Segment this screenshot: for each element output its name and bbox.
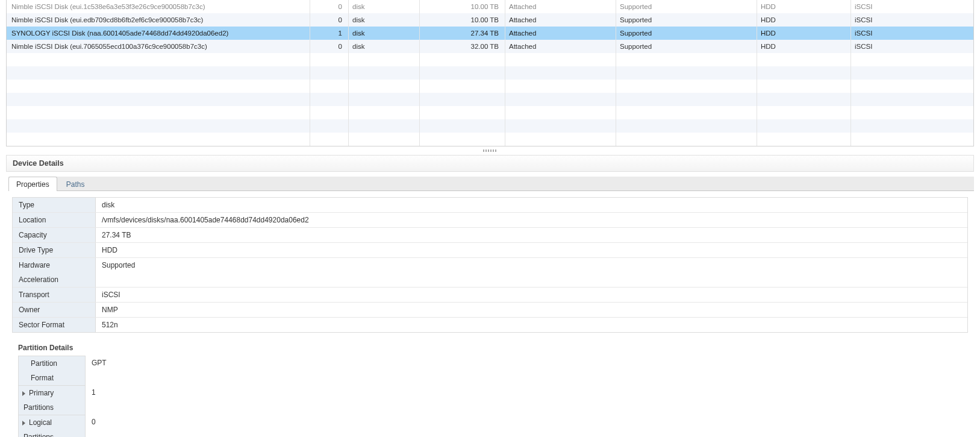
empty-cell: . bbox=[420, 53, 505, 66]
table-row[interactable]: Nimble iSCSI Disk (eui.7065055ecd100a376… bbox=[7, 40, 973, 53]
empty-cell: . bbox=[310, 66, 349, 80]
empty-cell: . bbox=[505, 80, 616, 93]
prop-value: iSCSI bbox=[96, 288, 967, 302]
empty-cell: . bbox=[420, 93, 505, 106]
capacity-cell: 32.00 TB bbox=[420, 40, 505, 53]
prop-label: Capacity bbox=[13, 228, 96, 242]
empty-cell: . bbox=[310, 93, 349, 106]
table-row-empty: ........ bbox=[7, 80, 973, 93]
empty-cell: . bbox=[757, 133, 851, 146]
prop-label: Owner bbox=[13, 303, 96, 317]
lun-cell: 1 bbox=[310, 27, 349, 40]
prop-row: Hardware AccelerationSupported bbox=[13, 258, 967, 288]
partition-value: 1 bbox=[86, 385, 102, 415]
table-row-empty: ........ bbox=[7, 133, 973, 146]
partition-row[interactable]: Logical Partitions0 bbox=[18, 415, 962, 437]
table-row[interactable]: Nimble iSCSI Disk (eui.edb709cd8b6fb2ef6… bbox=[7, 13, 973, 27]
prop-value: 27.34 TB bbox=[96, 228, 967, 242]
prop-row: Location/vmfs/devices/disks/naa.6001405a… bbox=[13, 213, 967, 228]
prop-row: Sector Format512n bbox=[13, 318, 967, 332]
empty-cell: . bbox=[616, 133, 757, 146]
drive-type-cell: HDD bbox=[757, 0, 851, 13]
tab-properties[interactable]: Properties bbox=[8, 177, 57, 191]
empty-cell: . bbox=[505, 119, 616, 133]
empty-cell: . bbox=[7, 80, 310, 93]
status-cell: Attached bbox=[505, 27, 616, 40]
status-cell: Attached bbox=[505, 40, 616, 53]
hw-accel-cell: Supported bbox=[616, 40, 757, 53]
prop-label: Hardware Acceleration bbox=[13, 258, 96, 287]
empty-cell: . bbox=[757, 80, 851, 93]
pane-resize-handle[interactable] bbox=[6, 146, 974, 155]
empty-cell: . bbox=[420, 80, 505, 93]
chevron-right-icon[interactable] bbox=[22, 421, 25, 426]
prop-label: Location bbox=[13, 213, 96, 227]
empty-cell: . bbox=[310, 80, 349, 93]
prop-value: disk bbox=[96, 198, 967, 212]
lun-cell: 0 bbox=[310, 40, 349, 53]
transport-cell: iSCSI bbox=[851, 0, 973, 13]
drive-type-cell: HDD bbox=[757, 27, 851, 40]
chevron-right-icon[interactable] bbox=[22, 391, 25, 396]
device-name-cell: Nimble iSCSI Disk (eui.7065055ecd100a376… bbox=[7, 40, 310, 53]
device-name-cell: SYNOLOGY iSCSI Disk (naa.6001405ade74468… bbox=[7, 27, 310, 40]
prop-label: Transport bbox=[13, 288, 96, 302]
drive-type-cell: HDD bbox=[757, 13, 851, 27]
empty-cell: . bbox=[757, 106, 851, 119]
empty-cell: . bbox=[505, 66, 616, 80]
empty-cell: . bbox=[7, 133, 310, 146]
lun-cell: 0 bbox=[310, 0, 349, 13]
properties-table: TypediskLocation/vmfs/devices/disks/naa.… bbox=[12, 197, 968, 333]
tab-paths[interactable]: Paths bbox=[58, 177, 93, 191]
empty-cell: . bbox=[757, 93, 851, 106]
empty-cell: . bbox=[851, 80, 973, 93]
device-name-cell: Nimble iSCSI Disk (eui.edb709cd8b6fb2ef6… bbox=[7, 13, 310, 27]
prop-row: Drive TypeHDD bbox=[13, 243, 967, 258]
prop-value: 512n bbox=[96, 318, 967, 332]
prop-label: Type bbox=[13, 198, 96, 212]
empty-cell: . bbox=[505, 93, 616, 106]
empty-cell: . bbox=[757, 53, 851, 66]
grip-icon bbox=[483, 149, 498, 152]
table-row-empty: ........ bbox=[7, 93, 973, 106]
partition-row: Partition FormatGPT bbox=[18, 356, 962, 385]
empty-cell: . bbox=[851, 66, 973, 80]
empty-cell: . bbox=[349, 93, 420, 106]
table-row-empty: ........ bbox=[7, 106, 973, 119]
table-row[interactable]: SYNOLOGY iSCSI Disk (naa.6001405ade74468… bbox=[7, 27, 973, 40]
table-row-empty: ........ bbox=[7, 53, 973, 66]
empty-cell: . bbox=[349, 119, 420, 133]
empty-cell: . bbox=[616, 106, 757, 119]
prop-value: NMP bbox=[96, 303, 967, 317]
prop-value: /vmfs/devices/disks/naa.6001405ade74468d… bbox=[96, 213, 967, 227]
empty-cell: . bbox=[7, 66, 310, 80]
empty-cell: . bbox=[616, 93, 757, 106]
empty-cell: . bbox=[420, 66, 505, 80]
partition-label: Primary Partitions bbox=[18, 385, 86, 415]
drive-type-cell: HDD bbox=[757, 40, 851, 53]
device-details-title: Device Details bbox=[6, 155, 974, 172]
empty-cell: . bbox=[851, 53, 973, 66]
empty-cell: . bbox=[310, 106, 349, 119]
empty-cell: . bbox=[505, 133, 616, 146]
prop-value: HDD bbox=[96, 243, 967, 257]
empty-cell: . bbox=[349, 80, 420, 93]
partition-label: Logical Partitions bbox=[18, 415, 86, 437]
partition-row[interactable]: Primary Partitions1 bbox=[18, 385, 962, 415]
table-row-empty: ........ bbox=[7, 66, 973, 80]
partition-value: GPT bbox=[86, 356, 113, 385]
prop-row: Typedisk bbox=[13, 198, 967, 213]
table-row[interactable]: Nimble iSCSI Disk (eui.1c538e6a3e53f3e26… bbox=[7, 0, 973, 13]
empty-cell: . bbox=[7, 93, 310, 106]
capacity-cell: 10.00 TB bbox=[420, 13, 505, 27]
tab-content-properties: TypediskLocation/vmfs/devices/disks/naa.… bbox=[6, 191, 974, 437]
empty-cell: . bbox=[851, 93, 973, 106]
empty-cell: . bbox=[349, 133, 420, 146]
empty-cell: . bbox=[310, 133, 349, 146]
transport-cell: iSCSI bbox=[851, 27, 973, 40]
device-grid[interactable]: Nimble iSCSI Disk (eui.1c538e6a3e53f3e26… bbox=[6, 0, 974, 146]
empty-cell: . bbox=[616, 53, 757, 66]
empty-cell: . bbox=[420, 133, 505, 146]
hw-accel-cell: Supported bbox=[616, 13, 757, 27]
capacity-cell: 10.00 TB bbox=[420, 0, 505, 13]
